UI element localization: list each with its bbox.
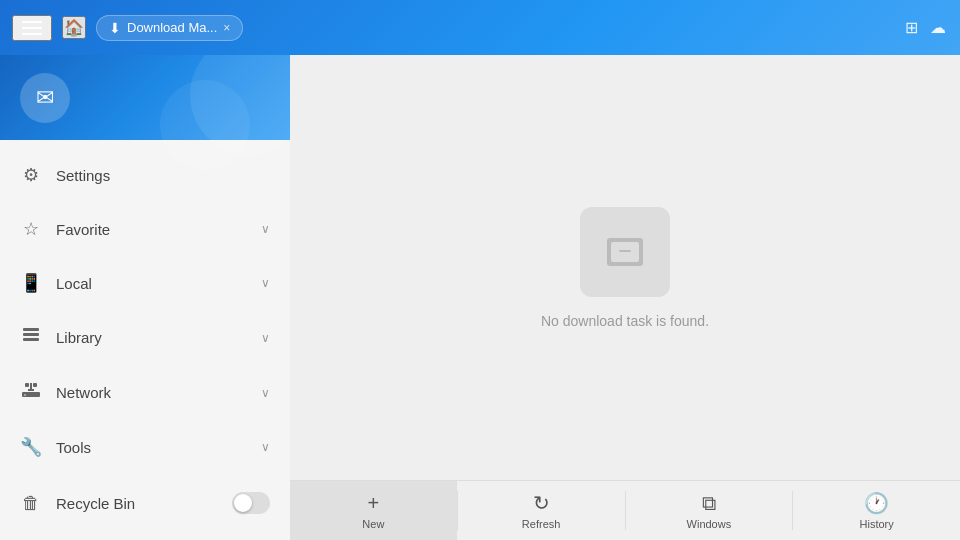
local-icon: 📱	[20, 272, 42, 294]
sidebar-label-local: Local	[56, 275, 261, 292]
home-button[interactable]: 🏠	[62, 16, 86, 39]
sidebar: ✉ ⚙ Settings ☆ Favorite ∨ 📱 Local ∨	[0, 55, 290, 540]
plus-icon: +	[368, 492, 380, 515]
svg-rect-6	[30, 383, 32, 389]
windows-button[interactable]: ⧉ Windows	[626, 481, 793, 540]
sidebar-item-library[interactable]: Library ∨	[0, 310, 290, 365]
chevron-down-icon: ∨	[261, 276, 270, 290]
sidebar-label-settings: Settings	[56, 167, 270, 184]
sidebar-item-recycle-bin[interactable]: 🗑 Recycle Bin	[0, 474, 290, 532]
download-arrow-icon: ⬇	[109, 20, 121, 36]
content-area: No download task is found. + New ↻ Refre…	[290, 55, 960, 540]
sidebar-item-network[interactable]: Network ∨	[0, 365, 290, 420]
chevron-down-icon: ∨	[261, 440, 270, 454]
sidebar-item-settings[interactable]: ⚙ Settings	[0, 148, 290, 202]
new-button[interactable]: + New	[290, 481, 457, 540]
download-tab[interactable]: ⬇ Download Ma... ×	[96, 15, 243, 41]
avatar: ✉	[20, 73, 70, 123]
refresh-button[interactable]: ↻ Refresh	[458, 481, 625, 540]
chevron-down-icon: ∨	[261, 331, 270, 345]
sidebar-item-local[interactable]: 📱 Local ∨	[0, 256, 290, 310]
sidebar-label-tools: Tools	[56, 439, 261, 456]
header-icons: ⊞ ☁	[903, 16, 948, 39]
windows-icon: ⧉	[702, 492, 716, 515]
menu-button[interactable]	[12, 15, 52, 41]
history-icon: 🕐	[864, 491, 889, 515]
empty-message: No download task is found.	[541, 313, 709, 329]
settings-icon: ⚙	[20, 164, 42, 186]
network-icon	[20, 381, 42, 404]
sidebar-label-library: Library	[56, 329, 261, 346]
main-layout: ✉ ⚙ Settings ☆ Favorite ∨ 📱 Local ∨	[0, 55, 960, 540]
refresh-icon: ↻	[533, 491, 550, 515]
sidebar-item-favorite[interactable]: ☆ Favorite ∨	[0, 202, 290, 256]
sidebar-nav: ⚙ Settings ☆ Favorite ∨ 📱 Local ∨	[0, 140, 290, 540]
favorite-icon: ☆	[20, 218, 42, 240]
empty-state-icon	[580, 207, 670, 297]
sidebar-label-network: Network	[56, 384, 261, 401]
history-button[interactable]: 🕐 History	[793, 481, 960, 540]
chevron-down-icon: ∨	[261, 386, 270, 400]
svg-rect-2	[23, 328, 39, 331]
svg-rect-7	[25, 383, 29, 387]
svg-rect-1	[23, 333, 39, 336]
cloud-icon[interactable]: ☁	[928, 16, 948, 39]
history-label: History	[860, 518, 894, 530]
library-icon	[20, 326, 42, 349]
svg-rect-4	[24, 394, 26, 396]
sidebar-label-favorite: Favorite	[56, 221, 261, 238]
windows-label: Windows	[687, 518, 732, 530]
tab-close-button[interactable]: ×	[223, 21, 230, 35]
svg-rect-0	[23, 338, 39, 341]
svg-rect-8	[33, 383, 37, 387]
sidebar-header: ✉	[0, 55, 290, 140]
sidebar-label-recycle-bin: Recycle Bin	[56, 495, 232, 512]
new-label: New	[362, 518, 384, 530]
windows-icon[interactable]: ⊞	[903, 16, 920, 39]
svg-rect-11	[619, 250, 631, 252]
empty-state: No download task is found.	[290, 55, 960, 480]
sidebar-item-tools[interactable]: 🔧 Tools ∨	[0, 420, 290, 474]
header: 🏠 ⬇ Download Ma... × ⊞ ☁	[0, 0, 960, 55]
avatar-icon: ✉	[36, 85, 54, 111]
refresh-label: Refresh	[522, 518, 561, 530]
bottom-toolbar: + New ↻ Refresh ⧉ Windows 🕐 History	[290, 480, 960, 540]
tools-icon: 🔧	[20, 436, 42, 458]
recycle-bin-icon: 🗑	[20, 493, 42, 514]
chevron-down-icon: ∨	[261, 222, 270, 236]
svg-rect-5	[28, 389, 34, 391]
tab-label: Download Ma...	[127, 20, 217, 35]
recycle-bin-toggle[interactable]	[232, 492, 270, 514]
